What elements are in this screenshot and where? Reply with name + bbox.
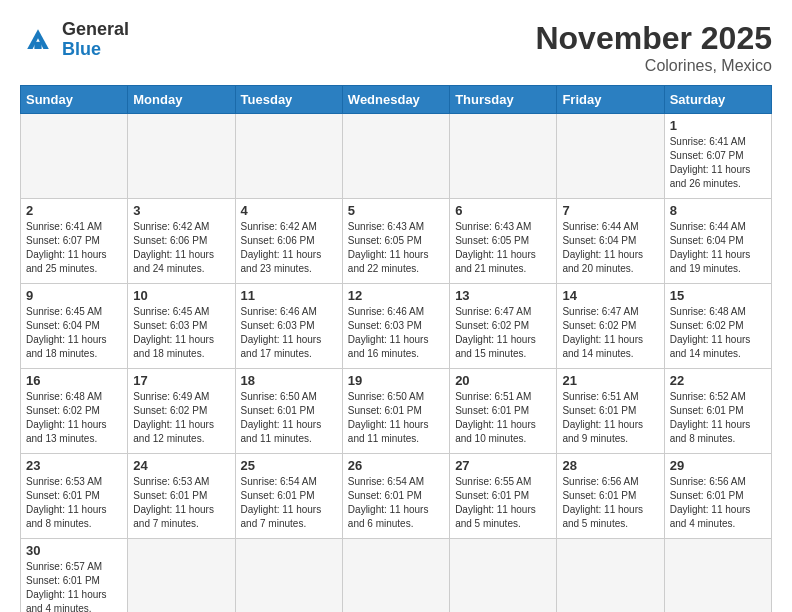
day-number: 8 [670, 203, 766, 218]
day-info: Sunrise: 6:54 AM Sunset: 6:01 PM Dayligh… [348, 475, 444, 531]
day-number: 3 [133, 203, 229, 218]
location: Colorines, Mexico [535, 57, 772, 75]
day-info: Sunrise: 6:42 AM Sunset: 6:06 PM Dayligh… [241, 220, 337, 276]
title-block: November 2025 Colorines, Mexico [535, 20, 772, 75]
calendar-cell: 26Sunrise: 6:54 AM Sunset: 6:01 PM Dayli… [342, 454, 449, 539]
day-info: Sunrise: 6:46 AM Sunset: 6:03 PM Dayligh… [348, 305, 444, 361]
calendar-week-row: 16Sunrise: 6:48 AM Sunset: 6:02 PM Dayli… [21, 369, 772, 454]
calendar-cell: 13Sunrise: 6:47 AM Sunset: 6:02 PM Dayli… [450, 284, 557, 369]
calendar-cell: 3Sunrise: 6:42 AM Sunset: 6:06 PM Daylig… [128, 199, 235, 284]
day-info: Sunrise: 6:43 AM Sunset: 6:05 PM Dayligh… [455, 220, 551, 276]
calendar-cell: 5Sunrise: 6:43 AM Sunset: 6:05 PM Daylig… [342, 199, 449, 284]
calendar-cell: 24Sunrise: 6:53 AM Sunset: 6:01 PM Dayli… [128, 454, 235, 539]
calendar-cell [557, 539, 664, 613]
day-info: Sunrise: 6:56 AM Sunset: 6:01 PM Dayligh… [562, 475, 658, 531]
calendar-cell: 22Sunrise: 6:52 AM Sunset: 6:01 PM Dayli… [664, 369, 771, 454]
svg-rect-2 [34, 42, 41, 49]
calendar-cell [342, 114, 449, 199]
day-number: 16 [26, 373, 122, 388]
day-number: 30 [26, 543, 122, 558]
calendar-cell [664, 539, 771, 613]
calendar-cell: 16Sunrise: 6:48 AM Sunset: 6:02 PM Dayli… [21, 369, 128, 454]
logo-icon [20, 22, 56, 58]
logo-text: General Blue [62, 20, 129, 60]
calendar-cell: 20Sunrise: 6:51 AM Sunset: 6:01 PM Dayli… [450, 369, 557, 454]
calendar: SundayMondayTuesdayWednesdayThursdayFrid… [20, 85, 772, 612]
day-info: Sunrise: 6:44 AM Sunset: 6:04 PM Dayligh… [562, 220, 658, 276]
day-info: Sunrise: 6:48 AM Sunset: 6:02 PM Dayligh… [26, 390, 122, 446]
calendar-week-row: 30Sunrise: 6:57 AM Sunset: 6:01 PM Dayli… [21, 539, 772, 613]
day-info: Sunrise: 6:41 AM Sunset: 6:07 PM Dayligh… [26, 220, 122, 276]
weekday-header-row: SundayMondayTuesdayWednesdayThursdayFrid… [21, 86, 772, 114]
day-number: 2 [26, 203, 122, 218]
weekday-header: Monday [128, 86, 235, 114]
calendar-cell: 7Sunrise: 6:44 AM Sunset: 6:04 PM Daylig… [557, 199, 664, 284]
day-number: 7 [562, 203, 658, 218]
day-number: 11 [241, 288, 337, 303]
weekday-header: Thursday [450, 86, 557, 114]
day-info: Sunrise: 6:45 AM Sunset: 6:04 PM Dayligh… [26, 305, 122, 361]
day-info: Sunrise: 6:51 AM Sunset: 6:01 PM Dayligh… [562, 390, 658, 446]
day-number: 18 [241, 373, 337, 388]
calendar-week-row: 23Sunrise: 6:53 AM Sunset: 6:01 PM Dayli… [21, 454, 772, 539]
day-number: 14 [562, 288, 658, 303]
day-number: 25 [241, 458, 337, 473]
day-info: Sunrise: 6:46 AM Sunset: 6:03 PM Dayligh… [241, 305, 337, 361]
day-info: Sunrise: 6:45 AM Sunset: 6:03 PM Dayligh… [133, 305, 229, 361]
day-number: 15 [670, 288, 766, 303]
day-number: 13 [455, 288, 551, 303]
calendar-cell [235, 114, 342, 199]
day-number: 29 [670, 458, 766, 473]
calendar-cell: 10Sunrise: 6:45 AM Sunset: 6:03 PM Dayli… [128, 284, 235, 369]
day-number: 22 [670, 373, 766, 388]
weekday-header: Tuesday [235, 86, 342, 114]
calendar-cell [21, 114, 128, 199]
day-info: Sunrise: 6:42 AM Sunset: 6:06 PM Dayligh… [133, 220, 229, 276]
calendar-cell: 6Sunrise: 6:43 AM Sunset: 6:05 PM Daylig… [450, 199, 557, 284]
logo: General Blue [20, 20, 129, 60]
calendar-cell [128, 114, 235, 199]
day-number: 24 [133, 458, 229, 473]
day-info: Sunrise: 6:53 AM Sunset: 6:01 PM Dayligh… [26, 475, 122, 531]
day-info: Sunrise: 6:47 AM Sunset: 6:02 PM Dayligh… [562, 305, 658, 361]
day-number: 6 [455, 203, 551, 218]
day-number: 21 [562, 373, 658, 388]
day-number: 17 [133, 373, 229, 388]
weekday-header: Sunday [21, 86, 128, 114]
calendar-cell: 14Sunrise: 6:47 AM Sunset: 6:02 PM Dayli… [557, 284, 664, 369]
day-number: 5 [348, 203, 444, 218]
calendar-cell: 25Sunrise: 6:54 AM Sunset: 6:01 PM Dayli… [235, 454, 342, 539]
calendar-cell: 15Sunrise: 6:48 AM Sunset: 6:02 PM Dayli… [664, 284, 771, 369]
calendar-cell [235, 539, 342, 613]
day-number: 19 [348, 373, 444, 388]
calendar-cell: 28Sunrise: 6:56 AM Sunset: 6:01 PM Dayli… [557, 454, 664, 539]
calendar-cell: 21Sunrise: 6:51 AM Sunset: 6:01 PM Dayli… [557, 369, 664, 454]
calendar-week-row: 2Sunrise: 6:41 AM Sunset: 6:07 PM Daylig… [21, 199, 772, 284]
day-info: Sunrise: 6:43 AM Sunset: 6:05 PM Dayligh… [348, 220, 444, 276]
calendar-cell: 8Sunrise: 6:44 AM Sunset: 6:04 PM Daylig… [664, 199, 771, 284]
calendar-week-row: 1Sunrise: 6:41 AM Sunset: 6:07 PM Daylig… [21, 114, 772, 199]
calendar-cell [342, 539, 449, 613]
calendar-cell [450, 114, 557, 199]
calendar-cell: 1Sunrise: 6:41 AM Sunset: 6:07 PM Daylig… [664, 114, 771, 199]
day-info: Sunrise: 6:50 AM Sunset: 6:01 PM Dayligh… [348, 390, 444, 446]
month-title: November 2025 [535, 20, 772, 57]
calendar-cell: 19Sunrise: 6:50 AM Sunset: 6:01 PM Dayli… [342, 369, 449, 454]
page-header: General Blue November 2025 Colorines, Me… [20, 20, 772, 75]
day-info: Sunrise: 6:55 AM Sunset: 6:01 PM Dayligh… [455, 475, 551, 531]
calendar-cell: 2Sunrise: 6:41 AM Sunset: 6:07 PM Daylig… [21, 199, 128, 284]
day-number: 9 [26, 288, 122, 303]
calendar-cell: 30Sunrise: 6:57 AM Sunset: 6:01 PM Dayli… [21, 539, 128, 613]
day-info: Sunrise: 6:41 AM Sunset: 6:07 PM Dayligh… [670, 135, 766, 191]
day-info: Sunrise: 6:50 AM Sunset: 6:01 PM Dayligh… [241, 390, 337, 446]
calendar-cell: 17Sunrise: 6:49 AM Sunset: 6:02 PM Dayli… [128, 369, 235, 454]
calendar-cell [128, 539, 235, 613]
weekday-header: Wednesday [342, 86, 449, 114]
day-info: Sunrise: 6:53 AM Sunset: 6:01 PM Dayligh… [133, 475, 229, 531]
calendar-cell: 4Sunrise: 6:42 AM Sunset: 6:06 PM Daylig… [235, 199, 342, 284]
day-info: Sunrise: 6:54 AM Sunset: 6:01 PM Dayligh… [241, 475, 337, 531]
calendar-cell [557, 114, 664, 199]
calendar-cell [450, 539, 557, 613]
day-number: 28 [562, 458, 658, 473]
weekday-header: Saturday [664, 86, 771, 114]
